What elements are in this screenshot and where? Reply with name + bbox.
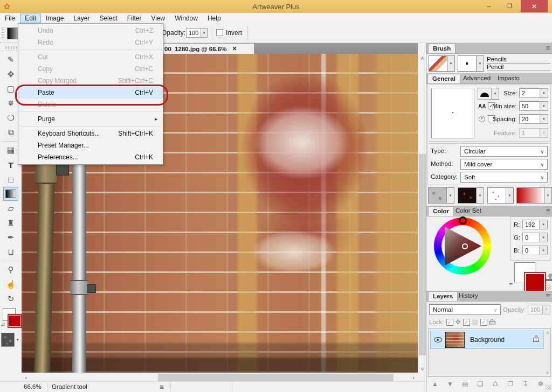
minimize-button[interactable]: –	[481, 0, 497, 12]
menu-item-keyboard-shortcuts[interactable]: Keyboard Shortcuts...Shift+Ctrl+K	[18, 128, 163, 139]
texture-dropdown-icon[interactable]: ▼	[15, 333, 20, 347]
spacing-input[interactable]: 20 ▼	[519, 114, 548, 124]
tab-color-set[interactable]: Color Set	[451, 206, 486, 216]
size-input[interactable]: 2 ▼	[519, 88, 548, 98]
paint-bucket-tool-icon[interactable]: ⊔	[3, 245, 18, 259]
scroll-down-arrow[interactable]: ∨	[418, 365, 426, 373]
hue-marker[interactable]	[459, 216, 467, 225]
status-panel-menu-icon[interactable]: ≣	[160, 384, 163, 390]
brush-preset-picker[interactable]: ▼	[429, 55, 455, 72]
menu-item-preset-manager[interactable]: Preset Manager...	[18, 139, 163, 151]
menu-file[interactable]: File	[0, 13, 20, 23]
text-tool-icon[interactable]: T	[3, 158, 18, 172]
lock-pixels-checkbox[interactable]: ✓	[480, 319, 487, 326]
menu-view[interactable]: View	[146, 13, 170, 23]
lock-position-checkbox[interactable]: ✓	[446, 319, 453, 326]
layer-scroll-up-icon[interactable]: ∧	[546, 330, 549, 335]
tab-impasto[interactable]: Impasto	[493, 74, 524, 83]
scatter-picker[interactable]: ▼	[487, 187, 514, 204]
paper-texture-picker[interactable]: ▼	[428, 187, 454, 204]
vertical-scrollbar[interactable]: ∧ ∨	[418, 54, 426, 373]
layers-panel-resize-grip[interactable]	[546, 384, 551, 390]
new-layer-button[interactable]: ❏	[474, 379, 487, 389]
zoom-level[interactable]: 66.6%	[24, 383, 42, 390]
color-marker[interactable]	[462, 243, 468, 249]
opacity-input[interactable]: 100 ▼	[186, 28, 208, 38]
scroll-up-arrow[interactable]: ∧	[418, 54, 426, 62]
rotate-view-tool-icon[interactable]: ↻	[3, 292, 18, 306]
pattern-picker[interactable]: ▼	[458, 187, 484, 204]
scroll-right-arrow[interactable]: ›	[409, 373, 418, 382]
toolbar-drag-handle[interactable]	[2, 26, 4, 39]
move-layer-up-button[interactable]: ▲	[429, 379, 441, 389]
tip-shape-picker[interactable]: ▼	[478, 88, 499, 100]
menu-help[interactable]: Help	[203, 13, 226, 23]
horizontal-scrollbar[interactable]: ‹ ›	[22, 373, 418, 382]
menu-filter[interactable]: Filter	[122, 13, 147, 23]
title-bar[interactable]: ✿ Artweaver Plus – ❐ ✕	[0, 0, 552, 13]
eraser-tool-icon[interactable]: ▱	[3, 201, 18, 215]
tab-brush[interactable]: Brush	[428, 44, 456, 53]
hand-tool-icon[interactable]: ☝	[3, 277, 18, 291]
move-tool-icon[interactable]: ✥	[3, 67, 18, 81]
clone-stamp-tool-icon[interactable]: ♜	[3, 216, 18, 230]
color-panel-menu-icon[interactable]: ≣	[546, 207, 550, 213]
scroll-left-arrow[interactable]: ‹	[22, 373, 30, 382]
layers-panel-menu-icon[interactable]: ≣	[546, 292, 550, 298]
swap-colors-icon[interactable]: ⇄	[1, 322, 5, 327]
tab-history[interactable]: History	[454, 291, 482, 301]
invert-checkbox[interactable]	[216, 29, 223, 36]
opacity-dropdown-icon[interactable]: ▼	[201, 29, 207, 37]
category-select[interactable]: Soft ∨	[460, 172, 548, 183]
palette-drag-handle[interactable]	[5, 46, 17, 49]
move-layer-down-button[interactable]: ▼	[444, 379, 457, 389]
brush-tip-picker[interactable]: ▼	[458, 55, 484, 72]
eyedropper-tool-icon[interactable]: ✒	[3, 230, 18, 244]
zoom-tool-icon[interactable]: ⚲	[3, 263, 18, 277]
layer-row-background[interactable]: Background	[430, 331, 544, 349]
menu-select[interactable]: Select	[94, 13, 122, 23]
layer-thumbnail[interactable]	[445, 332, 465, 348]
tab-close-icon[interactable]: ✕	[232, 45, 237, 52]
merge-down-button[interactable]: ↧	[519, 379, 532, 389]
color-panel-resize-grip[interactable]	[546, 284, 551, 290]
layer-scroll-down-icon[interactable]: ∨	[546, 370, 549, 375]
method-select[interactable]: Mild cover ∨	[460, 159, 548, 170]
lasso-tool-icon[interactable]: ❍	[3, 111, 18, 125]
new-group-button[interactable]: ▤	[459, 379, 472, 389]
tab-layers[interactable]: Layers	[428, 291, 458, 301]
pencil-tool-icon[interactable]: ✎	[3, 53, 18, 67]
brush-panel-menu-icon[interactable]: ≣	[546, 45, 550, 51]
menu-item-purge[interactable]: Purge►	[18, 113, 163, 125]
menu-edit[interactable]: Edit	[20, 13, 41, 23]
select-tool-icon[interactable]: ▢	[3, 82, 18, 96]
menu-image[interactable]: Image	[41, 13, 68, 23]
stamp-icon[interactable]	[546, 274, 552, 281]
close-button[interactable]: ✕	[521, 0, 548, 12]
texture-picker[interactable]: ▼	[1, 333, 20, 347]
layer-visibility-eye-icon[interactable]	[434, 337, 442, 342]
red-input[interactable]: 192 ▼	[522, 220, 548, 229]
magic-wand-tool-icon[interactable]: ✵	[3, 96, 18, 110]
min-size-input[interactable]: 50 ▼	[519, 101, 548, 111]
crop-tool-icon[interactable]: ⧉	[3, 125, 18, 139]
horizontal-scroll-thumb[interactable]	[158, 374, 394, 381]
lock-transparency-checkbox[interactable]: ✓	[463, 319, 470, 326]
apply-color-icon[interactable]: ✒	[509, 281, 513, 287]
tab-general[interactable]: General	[427, 74, 460, 83]
mesh-tool-icon[interactable]: ▦	[3, 143, 18, 157]
menu-item-paste[interactable]: PasteCtrl+V	[18, 87, 163, 99]
hue-ring[interactable]	[434, 218, 491, 275]
blue-input[interactable]: 0 ▼	[522, 246, 548, 255]
delete-layer-button[interactable]: ♺	[489, 379, 502, 389]
gradient-tool-icon[interactable]	[3, 187, 18, 201]
tab-color[interactable]: Color	[428, 206, 454, 216]
menu-window[interactable]: Window	[170, 13, 203, 23]
foreground-color-swatch[interactable]	[8, 314, 22, 328]
shape-tool-icon[interactable]: □	[3, 172, 18, 186]
tab-advanced[interactable]: Advanced	[459, 74, 495, 83]
menu-layer[interactable]: Layer	[68, 13, 94, 23]
gradient-picker[interactable]: ▼	[516, 187, 552, 204]
type-select[interactable]: Circular ∨	[460, 146, 548, 157]
blend-mode-select[interactable]: Normal ∨	[429, 304, 501, 315]
